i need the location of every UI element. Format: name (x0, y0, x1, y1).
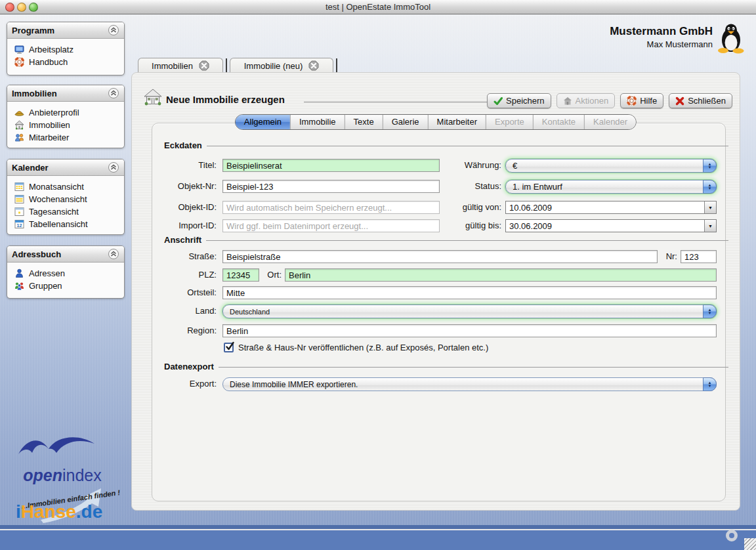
person-icon (14, 268, 24, 278)
sidebar-item-mitarbeiter[interactable]: Mitarbeiter (7, 131, 124, 144)
sidebar-item-label: Handbuch (29, 57, 68, 67)
collapse-chevron-icon[interactable] (108, 161, 119, 173)
openindex-logo[interactable]: openindex (7, 466, 118, 485)
land-label: Land: (152, 305, 217, 318)
tab-mitarbeiter[interactable]: Mitarbeiter (429, 115, 486, 129)
close-button[interactable]: Schließen (669, 93, 732, 108)
company-header: Mustermann GmbH Max Mustermann (610, 25, 713, 49)
status-select[interactable]: 1. im Entwurf ▲▼ (505, 180, 717, 194)
export-label: Export: (152, 377, 217, 391)
window-title: test | OpenEstate ImmoTool (0, 2, 756, 12)
sidebar-item-anbieterprofil[interactable]: Anbieterprofil (7, 106, 124, 119)
plz-input[interactable] (222, 268, 259, 282)
collapse-chevron-icon[interactable] (108, 87, 119, 99)
popup-stepper-icon: ▲▼ (703, 305, 717, 318)
sidebar-section-header[interactable]: Immobilien (7, 85, 124, 102)
sidebar-item-gruppen[interactable]: Gruppen (7, 280, 124, 292)
publish-checkbox[interactable] (224, 343, 234, 352)
calendar-table-icon: 12 (14, 219, 24, 229)
sidebar-section-header[interactable]: Programm (7, 22, 124, 39)
importid-label: Import-ID: (152, 219, 217, 232)
titel-input[interactable] (222, 159, 440, 172)
sidebar-item-label: Gruppen (29, 281, 62, 291)
status-label: Status: (441, 180, 501, 193)
sidebar-section-title: Immobilien (12, 89, 57, 98)
tab-close-icon[interactable] (199, 60, 209, 71)
sidebar-item-tabellenansicht[interactable]: 12 Tabellenansicht (7, 218, 124, 230)
collapse-chevron-icon[interactable] (108, 248, 119, 260)
sidebar-item-adressen[interactable]: Adressen (7, 267, 124, 280)
calendar-day-icon (14, 207, 24, 217)
tab-allgemein[interactable]: Allgemein (236, 115, 291, 129)
gueltigvon-input[interactable] (506, 201, 704, 213)
strasse-label: Straße: (152, 250, 217, 263)
region-input[interactable] (222, 324, 717, 337)
sidebar-item-tagesansicht[interactable]: Tagesansicht (7, 205, 124, 218)
section-eckdaten: Eckdaten (164, 140, 728, 150)
select-value: 1. im Entwurf (513, 182, 562, 192)
resize-grip[interactable] (744, 538, 756, 550)
ihanse-logo[interactable]: iHanse.de (16, 501, 102, 522)
sidebar-section-header[interactable]: Adressbuch (7, 246, 124, 263)
gueltigvon-combobox[interactable]: ▼ (505, 201, 717, 214)
sidebar-section-title: Adressbuch (12, 249, 61, 259)
save-button[interactable]: Speichern (487, 93, 551, 108)
editor-tabbar: Allgemein Immobilie Texte Galerie Mitarb… (235, 114, 637, 130)
house-icon (14, 120, 24, 130)
popup-stepper-icon: ▲▼ (703, 180, 717, 194)
dropdown-arrow-icon[interactable]: ▼ (704, 220, 716, 232)
tab-immobilie[interactable]: Immobilie (291, 115, 345, 129)
sidebar-item-wochenansicht[interactable]: Wochenansicht (7, 193, 124, 205)
gueltigbis-combobox[interactable]: ▼ (505, 219, 717, 232)
tab-galerie[interactable]: Galerie (383, 115, 429, 129)
dropdown-arrow-icon[interactable]: ▼ (704, 201, 716, 213)
svg-text:12: 12 (17, 223, 22, 228)
window-titlebar: test | OpenEstate ImmoTool (0, 0, 756, 14)
ortsteil-input[interactable] (222, 286, 717, 299)
sidebar-item-label: Wochenansicht (29, 194, 87, 204)
editor-panel: Neue Immobilie erzeugen Speichern Aktion… (131, 72, 740, 511)
button-label: Aktionen (576, 96, 609, 106)
nr-input[interactable] (681, 250, 717, 263)
land-select[interactable]: Deutschland ▲▼ (222, 305, 717, 318)
tab-immobilie-neu[interactable]: Immobilie (neu) (230, 58, 333, 73)
tab-label: Immobilien (152, 61, 193, 71)
sidebar-section-header[interactable]: Kalender (7, 159, 124, 176)
user-name: Max Mustermann (610, 39, 713, 49)
checkmark-icon (225, 341, 236, 352)
objektnr-input[interactable] (222, 180, 440, 193)
export-select[interactable]: Diese Immobilie IMMER exportieren. ▲▼ (222, 377, 717, 391)
sidebar-section-immobilien: Immobilien Anbieterprofil Immobilien Mit… (7, 85, 125, 148)
select-value: Deutschland (230, 308, 270, 316)
button-label: Hilfe (640, 96, 657, 106)
status-bar (0, 525, 756, 550)
publish-checkbox-label[interactable]: Straße & Haus-Nr veröffentlichen (z.B. a… (238, 341, 632, 354)
house-icon (142, 89, 163, 106)
lifering-icon (627, 96, 637, 106)
tux-penguin-icon (717, 22, 746, 54)
status-indicator-icon (726, 530, 738, 541)
region-label: Region: (152, 324, 217, 337)
help-button[interactable]: Hilfe (620, 93, 663, 108)
lifering-icon (14, 57, 24, 67)
sidebar-item-arbeitsplatz[interactable]: Arbeitsplatz (7, 43, 124, 56)
waehrung-select[interactable]: € ▲▼ (505, 159, 717, 173)
sidebar-item-label: Tabellenansicht (29, 219, 88, 229)
sidebar-item-immobilien[interactable]: Immobilien (7, 119, 124, 131)
sidebar-section-programm: Programm Arbeitsplatz Handbuch (7, 22, 125, 75)
sidebar-item-monatsansicht[interactable]: Monatsansicht (7, 180, 124, 193)
tab-texte[interactable]: Texte (345, 115, 383, 129)
tab-immobilien[interactable]: Immobilien (138, 58, 223, 73)
calendar-week-icon (14, 194, 24, 204)
importid-input (222, 219, 440, 232)
tab-close-icon[interactable] (308, 60, 319, 71)
sidebar-item-handbuch[interactable]: Handbuch (7, 56, 124, 68)
ort-input[interactable] (285, 268, 717, 282)
collapse-chevron-icon[interactable] (108, 24, 119, 36)
tab-separator (336, 58, 337, 72)
strasse-input[interactable] (222, 250, 658, 263)
sidebar-item-label: Arbeitsplatz (29, 45, 74, 54)
group-icon (14, 281, 24, 291)
select-value: Diese Immobilie IMMER exportieren. (230, 380, 358, 389)
gueltigbis-input[interactable] (506, 220, 704, 232)
